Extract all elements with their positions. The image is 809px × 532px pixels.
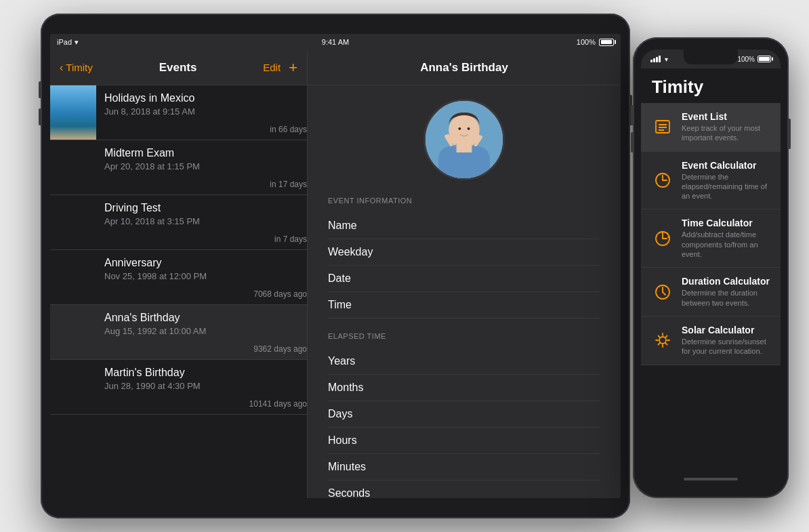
- event-info-driving: Driving Test Apr 10, 2018 at 3:15 PM: [96, 195, 307, 230]
- ipad-navbar: ‹ Timity Events Edit +: [50, 50, 307, 85]
- detail-field-minutes[interactable]: Minutes: [328, 454, 600, 480]
- event-info-anna: Anna's Birthday Aug 15, 1992 at 10:00 AM: [96, 305, 307, 340]
- event-content-driving: Driving Test Apr 10, 2018 at 3:15 PM in …: [96, 195, 307, 249]
- time-calc-text: Time Calculator Add/subtract date/time c…: [682, 218, 770, 259]
- detail-field-name[interactable]: Name: [328, 213, 600, 239]
- time-calc-title: Time Calculator: [682, 218, 770, 228]
- nav-actions: Edit +: [263, 60, 297, 75]
- nav-back-label: Timity: [66, 62, 92, 73]
- iphone-frame: ▾ 9:41 AM 100% Timity: [633, 37, 789, 498]
- detail-avatar: [423, 99, 505, 180]
- event-date-martin: Jun 28, 1990 at 4:30 PM: [104, 381, 299, 391]
- detail-field-days[interactable]: Days: [328, 401, 600, 428]
- event-date-anna: Aug 15, 1992 at 10:00 AM: [104, 326, 299, 336]
- event-calc-icon: [652, 169, 673, 191]
- nav-add-button[interactable]: +: [289, 60, 297, 75]
- detail-field-time[interactable]: Time: [328, 292, 600, 319]
- detail-field-hours[interactable]: Hours: [328, 428, 600, 454]
- time-calc-subtitle: Add/subtract date/time components to/fro…: [682, 230, 770, 259]
- duration-calc-icon: [652, 281, 673, 303]
- detail-avatar-container: [328, 99, 600, 180]
- detail-title-label: Anna's Birthday: [420, 61, 508, 75]
- event-info-section-label: EVENT INFORMATION: [328, 197, 600, 205]
- event-countdown-driving: in 7 days: [96, 234, 307, 249]
- solar-calc-subtitle: Determine sunrise/sunset for your curren…: [682, 337, 770, 356]
- menu-item-time-calc[interactable]: + Time Calculator Add/subtract date/time…: [641, 209, 781, 268]
- svg-line-26: [663, 292, 665, 295]
- event-date-holidays: Jun 8, 2018 at 9:15 AM: [104, 106, 299, 117]
- event-countdown-anna: 9362 days ago: [96, 344, 307, 359]
- event-calc-text: Event Calculator Determine the elapsed/r…: [682, 160, 770, 201]
- iphone-app-title: Timity: [641, 68, 781, 103]
- nav-edit-button[interactable]: Edit: [263, 62, 281, 73]
- event-item-driving[interactable]: Driving Test Apr 10, 2018 at 3:15 PM in …: [50, 195, 307, 250]
- ipad-carrier-label: iPad: [57, 38, 72, 46]
- event-date-driving: Apr 10, 2018 at 3:15 PM: [104, 216, 299, 226]
- event-item-holidays-mexico[interactable]: Holidays in Mexico Jun 8, 2018 at 9:15 A…: [50, 85, 307, 140]
- event-info-holidays: Holidays in Mexico Jun 8, 2018 at 9:15 A…: [96, 85, 307, 121]
- detail-field-weekday[interactable]: Weekday: [328, 239, 600, 266]
- iphone-battery-icon: [758, 56, 771, 62]
- menu-item-event-calc[interactable]: Event Calculator Determine the elapsed/r…: [641, 152, 781, 210]
- detail-field-seconds[interactable]: Seconds: [328, 480, 600, 498]
- svg-text:+: +: [666, 231, 669, 236]
- menu-item-duration-calc[interactable]: Duration Calculator Determine the durati…: [641, 268, 781, 316]
- event-info-anniversary: Anniversary Nov 25, 1998 at 12:00 PM: [96, 250, 307, 285]
- detail-field-months[interactable]: Months: [328, 375, 600, 401]
- solar-calc-text: Solar Calculator Determine sunrise/sunse…: [682, 325, 770, 356]
- detail-field-date[interactable]: Date: [328, 266, 600, 292]
- detail-navbar: Anna's Birthday: [308, 50, 621, 85]
- svg-line-35: [659, 344, 660, 345]
- event-thumb-mexico: [50, 85, 96, 140]
- event-name-holidays: Holidays in Mexico: [104, 92, 299, 104]
- svg-point-5: [458, 127, 461, 130]
- event-list-title: Event List: [682, 111, 770, 122]
- event-thumb-midterm: [50, 140, 96, 195]
- scene: iPad ▾ 9:41 AM 100% ‹: [0, 0, 809, 532]
- event-countdown-anniversary: 7068 days ago: [96, 289, 307, 304]
- event-calc-subtitle: Determine the elapsed/remaining time of …: [682, 172, 770, 201]
- duration-calc-title: Duration Calculator: [682, 276, 770, 287]
- event-list-subtitle: Keep track of your most important events…: [682, 123, 770, 143]
- event-content-holidays: Holidays in Mexico Jun 8, 2018 at 9:15 A…: [96, 85, 307, 140]
- solar-calc-icon: [652, 329, 673, 351]
- iphone-screen: ▾ 9:41 AM 100% Timity: [641, 49, 781, 486]
- duration-calc-subtitle: Determine the duration between two event…: [682, 288, 770, 308]
- detail-field-years[interactable]: Years: [328, 348, 600, 375]
- iphone-volume-down: [631, 132, 633, 152]
- ipad-battery-label: 100%: [577, 38, 596, 46]
- event-content-martin: Martin's Birthday Jun 28, 1990 at 4:30 P…: [96, 360, 307, 414]
- event-countdown-martin: 10141 days ago: [96, 399, 307, 414]
- iphone-power-button: [789, 119, 791, 149]
- svg-point-6: [468, 127, 470, 130]
- event-name-anniversary: Anniversary: [104, 257, 299, 269]
- signal-bars-icon: [650, 56, 661, 62]
- event-content-anniversary: Anniversary Nov 25, 1998 at 12:00 PM 706…: [96, 250, 307, 304]
- event-list-icon: [652, 116, 673, 138]
- iphone-status-left: ▾: [650, 56, 668, 63]
- event-item-martin[interactable]: Martin's Birthday Jun 28, 1990 at 4:30 P…: [50, 360, 307, 415]
- event-date-anniversary: Nov 25, 1998 at 12:00 PM: [104, 271, 299, 281]
- ipad-wifi-icon: ▾: [75, 38, 79, 47]
- menu-item-solar-calc[interactable]: Solar Calculator Determine sunrise/sunse…: [641, 316, 781, 365]
- solar-calc-title: Solar Calculator: [682, 325, 770, 335]
- event-name-anna: Anna's Birthday: [104, 312, 299, 324]
- nav-back-button[interactable]: ‹ Timity: [60, 62, 93, 74]
- event-name-driving: Driving Test: [104, 202, 299, 214]
- ipad-battery-area: 100%: [577, 38, 614, 46]
- back-chevron-icon: ‹: [60, 62, 63, 74]
- event-info-midterm: Midterm Exam Apr 20, 2018 at 1:15 PM: [96, 140, 307, 176]
- event-item-midterm[interactable]: Midterm Exam Apr 20, 2018 at 1:15 PM in …: [50, 140, 307, 195]
- event-list-text: Event List Keep track of your most impor…: [682, 111, 770, 143]
- duration-calc-text: Duration Calculator Determine the durati…: [682, 276, 770, 308]
- nav-title-label: Events: [159, 61, 197, 75]
- event-item-anna[interactable]: Anna's Birthday Aug 15, 1992 at 10:00 AM…: [50, 305, 307, 360]
- svg-line-32: [659, 336, 660, 337]
- elapsed-time-section: ELAPSED TIME Years Months Days Hours Min…: [328, 332, 600, 498]
- iphone-wifi-icon: ▾: [665, 56, 668, 63]
- svg-rect-11: [656, 121, 669, 133]
- iphone-menu-list: Event List Keep track of your most impor…: [641, 103, 781, 365]
- svg-line-34: [665, 336, 667, 337]
- event-item-anniversary[interactable]: Anniversary Nov 25, 1998 at 12:00 PM 706…: [50, 250, 307, 305]
- menu-item-event-list[interactable]: Event List Keep track of your most impor…: [641, 103, 781, 152]
